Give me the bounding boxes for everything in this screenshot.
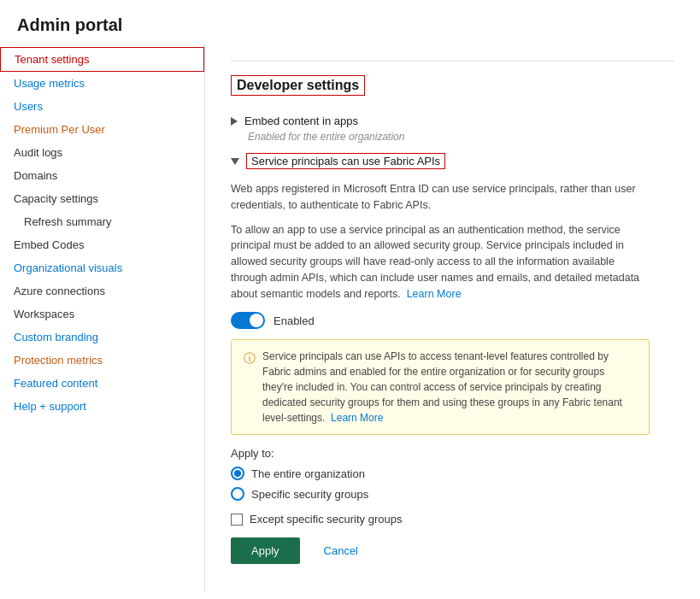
service-principals-body: Web apps registered in Microsoft Entra I… xyxy=(231,173,674,573)
embed-setting: Embed content in apps Enabled for the en… xyxy=(231,111,674,143)
sidebar-item-organizational-visuals[interactable]: Organizational visuals xyxy=(0,256,204,279)
main-content: Developer settings Embed content in apps… xyxy=(205,44,700,591)
sidebar: Tenant settingsUsage metricsUsersPremium… xyxy=(0,44,205,591)
section-title: Developer settings xyxy=(231,75,365,96)
sidebar-item-users[interactable]: Users xyxy=(0,95,204,118)
except-checkbox-item[interactable]: Except specific security groups xyxy=(231,513,674,526)
radio-entire-org-label: The entire organization xyxy=(251,467,365,480)
radio-circle-entire-org xyxy=(231,467,244,480)
radio-circle-specific-groups xyxy=(231,487,244,501)
toggle-label: Enabled xyxy=(274,314,315,327)
except-label: Except specific security groups xyxy=(250,513,402,526)
sidebar-item-premium-per-user[interactable]: Premium Per User xyxy=(0,118,204,141)
sidebar-item-usage-metrics[interactable]: Usage metrics xyxy=(0,72,204,95)
description-1: Web apps registered in Microsoft Entra I… xyxy=(231,181,650,214)
learn-more-link-1[interactable]: Learn More xyxy=(407,288,462,300)
sidebar-item-refresh-summary[interactable]: Refresh summary xyxy=(0,210,204,233)
sidebar-item-domains[interactable]: Domains xyxy=(0,164,204,187)
service-principals-setting: Service principals can use Fabric APIs W… xyxy=(231,150,674,573)
sidebar-item-embed-codes[interactable]: Embed Codes xyxy=(0,233,204,256)
radio-specific-groups[interactable]: Specific security groups xyxy=(231,487,674,501)
sidebar-item-audit-logs[interactable]: Audit logs xyxy=(0,141,204,164)
cancel-button[interactable]: Cancel xyxy=(310,537,372,564)
sidebar-item-tenant-settings[interactable]: Tenant settings xyxy=(0,47,204,72)
apply-to-label: Apply to: xyxy=(231,447,674,460)
sidebar-item-capacity-settings[interactable]: Capacity settings xyxy=(0,187,204,210)
sidebar-item-protection-metrics[interactable]: Protection metrics xyxy=(0,349,204,372)
service-principals-name: Service principals can use Fabric APIs xyxy=(246,153,445,169)
apply-button[interactable]: Apply xyxy=(231,537,300,564)
radio-specific-groups-label: Specific security groups xyxy=(251,488,368,501)
service-principals-header[interactable]: Service principals can use Fabric APIs xyxy=(231,150,674,173)
toggle-row: Enabled xyxy=(231,312,674,329)
embed-setting-header[interactable]: Embed content in apps xyxy=(231,111,674,131)
radio-group: The entire organization Specific securit… xyxy=(231,467,674,501)
warning-text: Service principals can use APIs to acces… xyxy=(262,349,637,426)
sidebar-item-custom-branding[interactable]: Custom branding xyxy=(0,326,204,349)
warning-box: ⓘ Service principals can use APIs to acc… xyxy=(231,339,650,435)
enabled-toggle[interactable] xyxy=(231,312,265,329)
sidebar-item-azure-connections[interactable]: Azure connections xyxy=(0,279,204,302)
learn-more-link-2[interactable]: Learn More xyxy=(331,412,383,424)
expand-icon xyxy=(231,158,239,165)
button-row: Apply Cancel xyxy=(231,537,674,564)
description-2: To allow an app to use a service princip… xyxy=(231,222,650,302)
sidebar-item-help-support[interactable]: Help + support xyxy=(0,395,204,418)
collapse-icon xyxy=(231,117,238,126)
except-checkbox xyxy=(231,514,243,526)
warning-icon: ⓘ xyxy=(244,349,256,367)
embed-setting-name: Embed content in apps xyxy=(244,115,358,127)
sidebar-item-featured-content[interactable]: Featured content xyxy=(0,372,204,395)
apply-to-section: Apply to: The entire organization Specif… xyxy=(231,447,674,564)
sidebar-item-workspaces[interactable]: Workspaces xyxy=(0,302,204,326)
page-title: Admin portal xyxy=(0,0,700,44)
radio-entire-org[interactable]: The entire organization xyxy=(231,467,674,480)
embed-setting-subtitle: Enabled for the entire organization xyxy=(248,131,674,143)
